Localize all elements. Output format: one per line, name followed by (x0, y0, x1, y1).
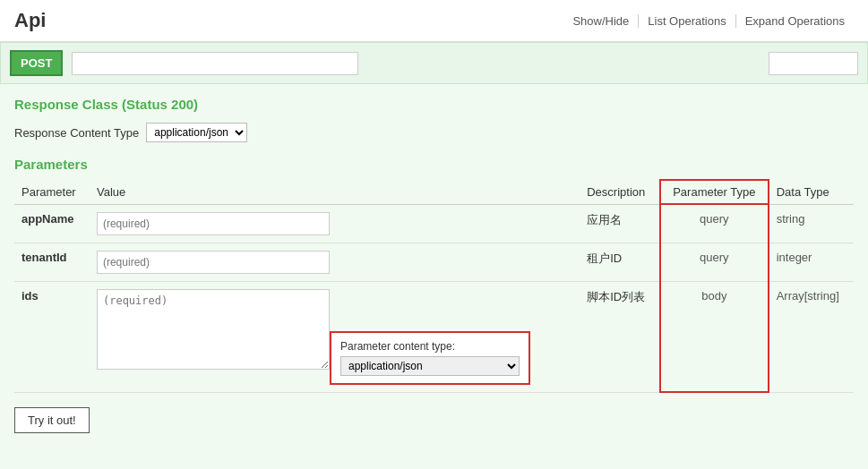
parameters-table: Parameter Value Description Parameter Ty… (14, 179, 854, 393)
param-text-input[interactable] (97, 212, 330, 235)
post-right-input[interactable] (769, 52, 858, 75)
main-content: Response Class (Status 200) Response Con… (0, 84, 868, 469)
col-parameter: Parameter (14, 180, 90, 204)
param-data-type: integer (769, 243, 854, 281)
page-title: Api (14, 9, 46, 32)
expand-operations-link[interactable]: Expand Operations (736, 14, 854, 28)
try-it-button[interactable]: Try it out! (14, 407, 90, 433)
param-type: query (660, 204, 769, 243)
param-name: tenantId (14, 243, 90, 281)
param-description: 应用名 (580, 204, 660, 243)
post-method-badge[interactable]: POST (10, 50, 63, 76)
col-parameter-type: Parameter Type (660, 180, 769, 204)
param-textarea-input[interactable] (97, 289, 330, 370)
param-data-type: Array[string] (769, 281, 854, 392)
parameters-title: Parameters (14, 157, 854, 172)
response-content-type-label: Response Content Type (14, 126, 139, 140)
param-type: body (660, 281, 769, 392)
param-description: 脚本ID列表 (580, 281, 660, 392)
col-value: Value (90, 180, 580, 204)
list-operations-link[interactable]: List Operations (639, 14, 735, 28)
table-row: idsParameter content type:application/js… (14, 281, 854, 392)
response-section-title: Response Class (Status 200) (14, 97, 854, 112)
param-content-type-label: Parameter content type: (340, 340, 520, 353)
response-content-type-select[interactable]: application/json (146, 123, 247, 142)
header: Api Show/Hide List Operations Expand Ope… (0, 0, 868, 42)
post-bar: POST (0, 42, 868, 84)
param-value-cell: Parameter content type:application/json (90, 281, 580, 392)
param-value-cell (90, 243, 580, 281)
show-hide-link[interactable]: Show/Hide (563, 14, 639, 28)
table-row: tenantId租户IDqueryinteger (14, 243, 854, 281)
col-description: Description (580, 180, 660, 204)
param-content-type-box: Parameter content type:application/json (330, 331, 530, 385)
header-links: Show/Hide List Operations Expand Operati… (563, 14, 854, 28)
post-url-input[interactable] (72, 52, 358, 75)
param-type: query (660, 243, 769, 281)
param-data-type: string (769, 204, 854, 243)
param-value-cell (90, 204, 580, 243)
param-text-input[interactable] (97, 251, 330, 274)
param-name: ids (14, 281, 90, 392)
param-name: appName (14, 204, 90, 243)
response-content-type-row: Response Content Type application/json (14, 123, 854, 142)
col-data-type: Data Type (769, 180, 854, 204)
table-row: appName应用名querystring (14, 204, 854, 243)
param-content-type-select[interactable]: application/json (340, 356, 520, 376)
param-description: 租户ID (580, 243, 660, 281)
